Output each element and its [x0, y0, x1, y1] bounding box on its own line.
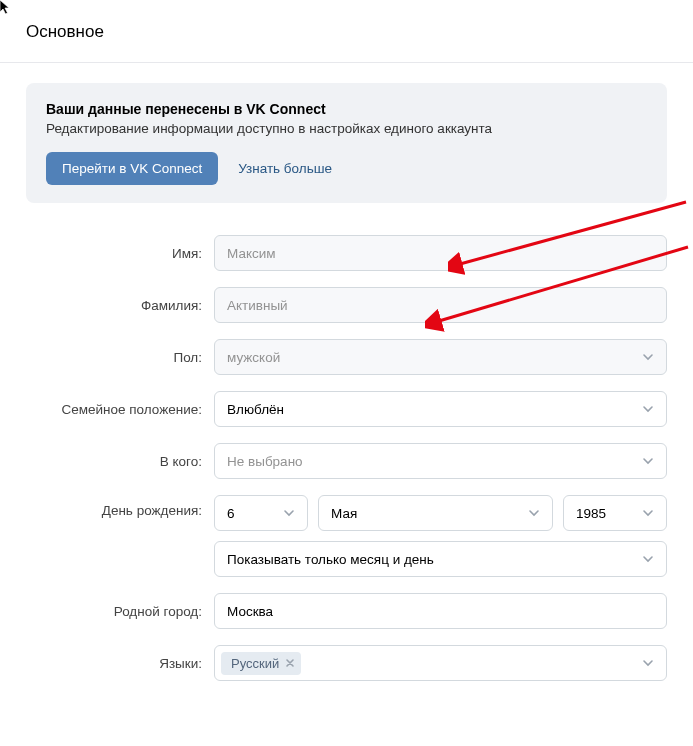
last-name-input: Активный — [214, 287, 667, 323]
chevron-down-icon — [642, 657, 654, 669]
gender-row: Пол: мужской — [26, 339, 667, 375]
form-content: Ваши данные перенесены в VK Connect Реда… — [0, 63, 693, 717]
go-to-vk-connect-button[interactable]: Перейти в VK Connect — [46, 152, 218, 185]
language-tag: Русский — [221, 652, 301, 675]
birthday-year-select[interactable]: 1985 — [563, 495, 667, 531]
relationship-row: Семейное положение: Влюблён — [26, 391, 667, 427]
language-tag-label: Русский — [231, 656, 279, 671]
interest-in-select[interactable]: Не выбрано — [214, 443, 667, 479]
interest-in-label: В кого: — [26, 454, 214, 469]
notice-title: Ваши данные перенесены в VK Connect — [46, 101, 647, 117]
birthday-month-select[interactable]: Мая — [318, 495, 553, 531]
remove-tag-icon[interactable] — [285, 658, 295, 668]
birthday-row: День рождения: 6 Мая 1985 Показывать тол… — [26, 495, 667, 577]
relationship-select[interactable]: Влюблён — [214, 391, 667, 427]
interest-in-row: В кого: Не выбрано — [26, 443, 667, 479]
vk-connect-notice: Ваши данные перенесены в VK Connect Реда… — [26, 83, 667, 203]
last-name-row: Фамилия: Активный — [26, 287, 667, 323]
languages-label: Языки: — [26, 656, 214, 671]
relationship-label: Семейное положение: — [26, 402, 214, 417]
first-name-input: Максим — [214, 235, 667, 271]
chevron-down-icon — [642, 351, 654, 363]
page-title: Основное — [26, 22, 667, 42]
first-name-label: Имя: — [26, 246, 214, 261]
hometown-input[interactable] — [214, 593, 667, 629]
chevron-down-icon — [642, 507, 654, 519]
hometown-label: Родной город: — [26, 604, 214, 619]
notice-text: Редактирование информации доступно в нас… — [46, 121, 647, 136]
last-name-label: Фамилия: — [26, 298, 214, 313]
languages-select[interactable]: Русский — [214, 645, 667, 681]
first-name-row: Имя: Максим — [26, 235, 667, 271]
chevron-down-icon — [642, 403, 654, 415]
notice-actions: Перейти в VK Connect Узнать больше — [46, 152, 647, 185]
birthday-label: День рождения: — [26, 495, 214, 518]
birthday-visibility-select[interactable]: Показывать только месяц и день — [214, 541, 667, 577]
gender-label: Пол: — [26, 350, 214, 365]
gender-select: мужской — [214, 339, 667, 375]
chevron-down-icon — [528, 507, 540, 519]
chevron-down-icon — [642, 553, 654, 565]
hometown-row: Родной город: — [26, 593, 667, 629]
section-header: Основное — [0, 0, 693, 63]
languages-row: Языки: Русский — [26, 645, 667, 681]
chevron-down-icon — [283, 507, 295, 519]
chevron-down-icon — [642, 455, 654, 467]
cursor-icon — [0, 0, 16, 16]
birthday-day-select[interactable]: 6 — [214, 495, 308, 531]
learn-more-link[interactable]: Узнать больше — [238, 161, 332, 176]
